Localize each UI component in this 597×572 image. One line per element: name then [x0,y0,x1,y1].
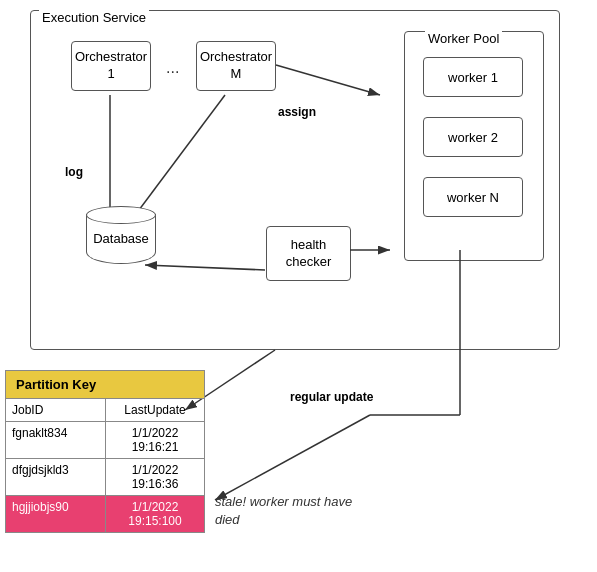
worker-n-label: worker N [447,190,499,205]
execution-service-box: Execution Service Orchestrator1 ... Orch… [30,10,560,350]
svg-line-7 [215,415,370,500]
health-checker-label: healthchecker [286,237,332,271]
jobid-cell: dfgjdsjkld3 [6,459,106,495]
log-label: log [65,165,83,179]
orchestrator-1-box: Orchestrator1 [71,41,151,91]
orchestrator-1-label: Orchestrator1 [75,49,147,83]
worker-n-box: worker N [423,177,523,217]
stale-message: stale! worker must havedied [215,493,395,529]
execution-service-label: Execution Service [39,10,149,25]
stale-jobid-cell: hgjjiobjs90 [6,496,106,532]
partition-key-table: Partition Key JobID LastUpdate fgnaklt83… [5,370,205,533]
table-row: fgnaklt834 1/1/202219:16:21 [6,422,204,459]
worker-pool-label: Worker Pool [425,31,502,46]
db-top [86,206,156,224]
database-label: Database [93,231,149,246]
health-checker-box: healthchecker [266,226,351,281]
lastupdate-cell: 1/1/202219:16:36 [106,459,204,495]
stale-table-row: hgjjiobjs90 1/1/202219:15:100 [6,496,204,532]
regular-update-label: regular update [290,390,373,404]
table-row: dfgjdsjkld3 1/1/202219:16:36 [6,459,204,496]
table-header-row: JobID LastUpdate [6,399,204,422]
worker-1-label: worker 1 [448,70,498,85]
worker-1-box: worker 1 [423,57,523,97]
table-inner: JobID LastUpdate fgnaklt834 1/1/202219:1… [5,399,205,533]
lastupdate-cell: 1/1/202219:16:21 [106,422,204,458]
database-cylinder: Database [86,206,156,271]
database-container: Database [81,206,161,286]
dots-separator: ... [166,59,179,77]
orchestrator-m-box: OrchestratorM [196,41,276,91]
worker-2-label: worker 2 [448,130,498,145]
orchestrator-m-label: OrchestratorM [200,49,272,83]
stale-message-text: stale! worker must havedied [215,494,352,527]
worker-pool-box: Worker Pool worker 1 worker 2 worker N [404,31,544,261]
partition-key-header: Partition Key [5,370,205,399]
assign-label: assign [278,105,316,119]
col1-header: JobID [6,399,106,421]
worker-2-box: worker 2 [423,117,523,157]
col2-header: LastUpdate [106,399,204,421]
stale-lastupdate-cell: 1/1/202219:15:100 [106,496,204,532]
jobid-cell: fgnaklt834 [6,422,106,458]
